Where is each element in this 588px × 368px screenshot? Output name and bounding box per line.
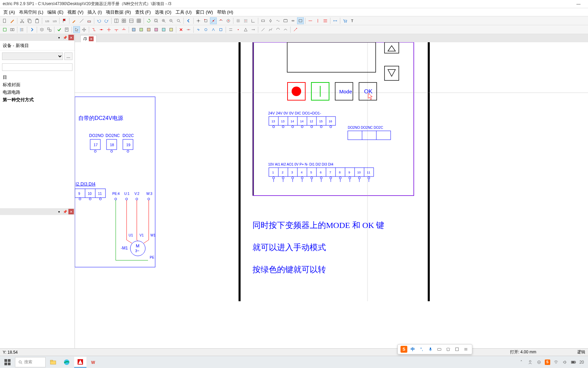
- tool-wire-h-icon[interactable]: [307, 17, 314, 24]
- tool-flag-icon[interactable]: [61, 17, 68, 24]
- tool-cable-icon[interactable]: [275, 17, 281, 24]
- device-more-button[interactable]: ...: [64, 52, 72, 60]
- tool-ortho-icon[interactable]: [250, 17, 257, 24]
- tool2-pot-2-icon[interactable]: [202, 26, 209, 33]
- tray-up-icon[interactable]: ˄: [518, 359, 524, 365]
- tool2-move-icon[interactable]: [81, 26, 87, 33]
- taskapp-eplan[interactable]: [74, 357, 86, 368]
- ime-bar[interactable]: S 中 °,: [397, 344, 472, 354]
- tool2-blk-3-icon[interactable]: [145, 26, 152, 33]
- menu-help[interactable]: 帮助 (H): [215, 9, 235, 16]
- tray-battery-icon[interactable]: [571, 359, 577, 365]
- tool2-conn-1-icon[interactable]: [98, 26, 105, 33]
- tool2-drw-4-icon[interactable]: [282, 26, 289, 33]
- doc-tab[interactable]: /3 ✕: [80, 35, 97, 42]
- panel2-close-icon[interactable]: ✕: [68, 209, 74, 214]
- tool2-conn-2-icon[interactable]: [105, 26, 112, 33]
- tool2-drw-3-icon[interactable]: [275, 26, 281, 33]
- tree-item-cover[interactable]: 标准封面: [0, 81, 75, 89]
- tool2-conn-4-icon[interactable]: [120, 26, 127, 33]
- tool-text-icon[interactable]: T: [349, 17, 356, 24]
- tool2-del-icon[interactable]: [178, 26, 184, 33]
- tool-zoomwin-icon[interactable]: [175, 17, 182, 24]
- tool-brush-icon[interactable]: [9, 17, 16, 24]
- menu-find[interactable]: 查找 (F): [133, 9, 153, 16]
- tool-pencil-icon[interactable]: [71, 17, 78, 24]
- menu-options[interactable]: 选项 (O): [153, 9, 173, 16]
- tool-new-icon[interactable]: [1, 17, 8, 24]
- tool-net-icon[interactable]: [322, 17, 329, 24]
- tool2-macro-icon[interactable]: [9, 26, 16, 33]
- tray-location-icon[interactable]: [536, 359, 542, 365]
- tool-redo-icon[interactable]: [103, 17, 110, 24]
- ime-punct-icon[interactable]: °,: [418, 346, 425, 353]
- tray-clock[interactable]: 20: [579, 359, 584, 365]
- tool-zoomfit-icon[interactable]: [153, 17, 160, 24]
- panel-dropdown-icon[interactable]: ▾: [56, 35, 62, 40]
- ime-logo-icon[interactable]: S: [401, 346, 407, 353]
- tool-terminal-icon[interactable]: [267, 17, 274, 24]
- tool-undo-icon[interactable]: [96, 17, 102, 24]
- tool2-dim-1-icon[interactable]: [227, 26, 234, 33]
- tool2-group-icon[interactable]: [46, 26, 53, 33]
- menu-layout[interactable]: 布局空间 (L): [17, 9, 46, 16]
- ime-mic-icon[interactable]: [427, 346, 434, 353]
- tray-sogou-icon[interactable]: S: [545, 359, 550, 365]
- tool2-pot-1-icon[interactable]: [195, 26, 202, 33]
- tool2-interrupt-icon[interactable]: [185, 26, 192, 33]
- tool2-drw-5-icon[interactable]: [292, 26, 299, 33]
- menu-insert[interactable]: 插入 (I): [85, 9, 104, 16]
- ime-menu-icon[interactable]: [462, 346, 469, 353]
- device-filter-input[interactable]: [2, 63, 72, 71]
- menu-tools[interactable]: 工具 (U): [174, 9, 194, 16]
- panel-close-icon[interactable]: ✕: [68, 35, 74, 40]
- tool2-drw-1-icon[interactable]: [260, 26, 266, 33]
- tool-number-1-icon[interactable]: 123: [44, 17, 50, 24]
- tool2-pot-4-icon[interactable]: [217, 26, 224, 33]
- tool-refresh-icon[interactable]: [145, 17, 152, 24]
- page-tree[interactable]: 目 标准封面 电源电路 第一种交付方式: [0, 72, 75, 208]
- tool2-blk-4-icon[interactable]: [153, 26, 160, 33]
- ime-skin-icon[interactable]: [445, 346, 452, 353]
- drawing-canvas[interactable]: 自带的DC24V电源 DO2NO DO2NC DO2C 17 18 19: [75, 42, 588, 348]
- tool2-blk-1-icon[interactable]: [130, 26, 137, 33]
- menu-page[interactable]: 页 (A): [1, 9, 17, 16]
- taskapp-edge[interactable]: [61, 357, 73, 368]
- tray-people-icon[interactable]: [527, 359, 533, 365]
- tool2-select-icon[interactable]: [73, 26, 80, 33]
- taskbar-search[interactable]: 搜索: [15, 357, 46, 367]
- menu-window[interactable]: 窗口 (W): [194, 9, 215, 16]
- tool2-nav-icon[interactable]: [19, 26, 26, 33]
- tool-cut-icon[interactable]: [19, 17, 26, 24]
- tool-copy-icon[interactable]: [26, 17, 33, 24]
- ime-tool-icon[interactable]: [454, 346, 460, 353]
- tool-zoomin-icon[interactable]: [160, 17, 167, 24]
- tool-grid-show-icon[interactable]: [235, 17, 242, 24]
- tool-grid-1-icon[interactable]: [113, 17, 120, 24]
- panel2-pin-icon[interactable]: 📌: [62, 209, 68, 214]
- taskapp-explorer[interactable]: [47, 357, 59, 368]
- tool-grid-3-icon[interactable]: [128, 17, 135, 24]
- tool2-dim-2-icon[interactable]: [235, 26, 242, 33]
- tool-rect-icon[interactable]: [297, 17, 304, 24]
- tool2-blk-5-icon[interactable]: [160, 26, 167, 33]
- tool-shield-icon[interactable]: [290, 17, 296, 24]
- tool-snap-2-icon[interactable]: [202, 17, 209, 24]
- tool-back-icon[interactable]: [185, 17, 192, 24]
- ime-keyboard-icon[interactable]: [436, 346, 443, 353]
- doc-tab-close-icon[interactable]: ✕: [89, 36, 94, 41]
- tool-grid-2-icon[interactable]: [120, 17, 127, 24]
- tool2-blk-2-icon[interactable]: [138, 26, 145, 33]
- tool2-conn-3-icon[interactable]: [113, 26, 120, 33]
- start-button[interactable]: [1, 357, 14, 368]
- tool-zoomout-icon[interactable]: [168, 17, 175, 24]
- tool2-blk-6-icon[interactable]: [168, 26, 175, 33]
- tool2-check-icon[interactable]: [56, 26, 63, 33]
- tool-snap-1-icon[interactable]: [195, 17, 202, 24]
- tool2-symbol-icon[interactable]: [1, 26, 8, 33]
- tool2-drw-2-icon[interactable]: [267, 26, 274, 33]
- tool2-wire-auto-icon[interactable]: [91, 26, 97, 33]
- minimize-button[interactable]: —: [572, 2, 585, 6]
- tool-wire-v-icon[interactable]: [314, 17, 321, 24]
- tree-item-power[interactable]: 电源电路: [0, 89, 75, 96]
